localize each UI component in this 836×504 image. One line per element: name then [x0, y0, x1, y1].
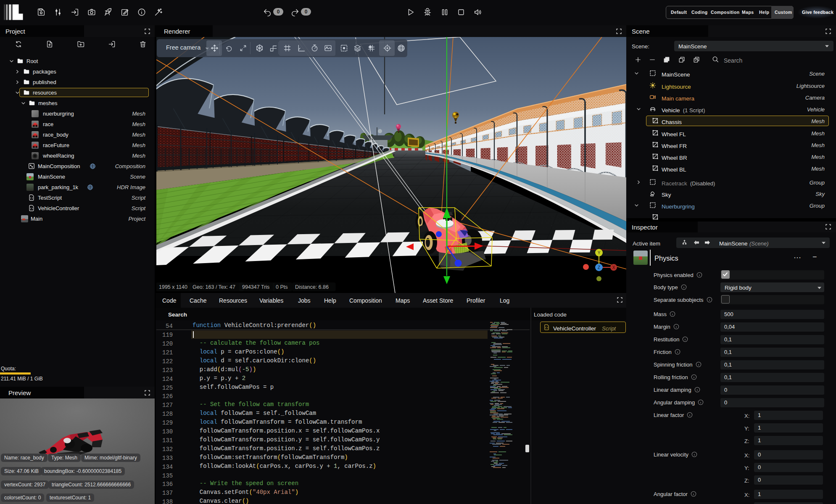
svg-text:994347 Tris: 994347 Tris	[242, 284, 269, 290]
svg-text:0 Pts: 0 Pts	[276, 284, 288, 290]
svg-text:Geo: 163 / Tex: 47: Geo: 163 / Tex: 47	[193, 284, 235, 290]
svg-text:Y: Y	[598, 251, 601, 255]
svg-text:Z: Z	[598, 265, 600, 270]
svg-text:1995 x 1140: 1995 x 1140	[159, 284, 187, 290]
svg-text:X: X	[612, 265, 615, 270]
svg-text:Distance: 6.86: Distance: 6.86	[295, 284, 329, 290]
